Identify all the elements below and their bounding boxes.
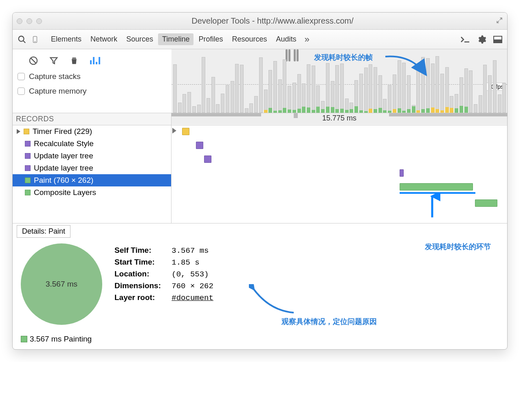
gear-icon[interactable] — [476, 34, 487, 45]
frames-view-icon[interactable] — [90, 57, 100, 64]
paint-bar[interactable] — [400, 183, 473, 191]
tab-timeline[interactable]: Timeline — [158, 33, 193, 45]
tab-elements[interactable]: Elements — [47, 33, 86, 45]
tab-sources[interactable]: Sources — [122, 33, 157, 45]
capture-options: Capture stacks Capture memory — [13, 49, 171, 105]
annotation-long-frames: 发现耗时较长的帧 — [314, 53, 373, 62]
details-tab[interactable]: Details: Paint — [17, 225, 70, 238]
capture-memory-checkbox[interactable]: Capture memory — [18, 87, 167, 96]
record-timer-fired[interactable]: Timer Fired (229) — [13, 125, 171, 138]
timer-icon — [24, 129, 29, 134]
dock-icon[interactable] — [492, 34, 503, 45]
filter-icon[interactable] — [49, 56, 58, 65]
maximize-window-icon[interactable] — [36, 18, 42, 24]
records-header: RECORDS — [13, 113, 171, 125]
layout-icon — [25, 153, 31, 159]
layout-icon — [25, 165, 31, 171]
svg-rect-5 — [494, 40, 502, 43]
records-list: Timer Fired (229) Recalculate Style Upda… — [13, 125, 171, 223]
overview-chart[interactable]: 30 fps 发现耗时较长的帧 — [171, 49, 507, 113]
overflow-icon[interactable]: » — [305, 34, 310, 45]
minimize-window-icon[interactable] — [26, 18, 32, 24]
tab-resources[interactable]: Resources — [228, 33, 271, 45]
clear-icon[interactable] — [29, 56, 38, 65]
painting-swatch — [21, 336, 27, 342]
chevron-right-icon[interactable] — [17, 129, 20, 134]
devtools-window: Developer Tools - http://www.aliexpress.… — [12, 12, 508, 350]
trash-icon[interactable] — [70, 56, 79, 65]
paint-icon — [25, 177, 31, 183]
record-recalculate-style[interactable]: Recalculate Style — [13, 138, 171, 150]
record-composite-layers[interactable]: Composite Layers — [13, 186, 171, 199]
window-title: Developer Tools - http://www.aliexpress.… — [42, 16, 503, 26]
tab-network[interactable]: Network — [86, 33, 121, 45]
tab-audits[interactable]: Audits — [272, 33, 301, 45]
record-paint[interactable]: Paint (760 × 262) — [13, 174, 171, 186]
console-toggle-icon[interactable] — [460, 34, 470, 45]
pie-chart: 3.567 ms — [21, 243, 102, 325]
search-icon[interactable] — [17, 34, 27, 45]
svg-line-7 — [31, 58, 36, 64]
record-update-layer-tree-1[interactable]: Update layer tree — [13, 150, 171, 162]
svg-point-0 — [19, 36, 24, 41]
time-ruler[interactable]: 15.775 ms — [171, 113, 507, 125]
pie-legend: 3.567 ms Painting — [13, 333, 507, 349]
traffic-lights — [17, 18, 42, 24]
device-icon[interactable] — [30, 34, 40, 45]
layer-root-link[interactable]: #document — [171, 293, 213, 302]
flame-chart[interactable] — [171, 125, 507, 223]
tab-profiles[interactable]: Profiles — [194, 33, 227, 45]
paint-icon — [25, 190, 31, 195]
main-toolbar: Elements Network Sources Timeline Profil… — [13, 30, 507, 49]
ruler-time: 15.775 ms — [171, 114, 507, 123]
panel-tabs: Elements Network Sources Timeline Profil… — [47, 33, 301, 45]
title-bar: Developer Tools - http://www.aliexpress.… — [13, 13, 507, 30]
capture-stacks-checkbox[interactable]: Capture stacks — [18, 72, 167, 81]
records-header-row: RECORDS 15.775 ms — [13, 113, 507, 125]
layout-icon — [25, 141, 31, 147]
annotation-details: 观察具体情况，定位问题原因 — [281, 317, 377, 326]
expand-icon[interactable] — [496, 17, 503, 24]
flame-body: Timer Fired (229) Recalculate Style Upda… — [13, 125, 507, 223]
play-icon[interactable] — [172, 128, 176, 134]
details-panel: Details: Paint 3.567 ms Self Time: 3.567… — [13, 223, 507, 349]
timeline-controls-row: Capture stacks Capture memory 30 fps 发现耗… — [13, 49, 507, 113]
close-window-icon[interactable] — [17, 18, 22, 24]
range-handle-right[interactable] — [294, 49, 299, 61]
details-properties: Self Time: 3.567 ms Start Time: 1.85 s L… — [114, 243, 213, 305]
record-update-layer-tree-2[interactable]: Update layer tree — [13, 162, 171, 174]
